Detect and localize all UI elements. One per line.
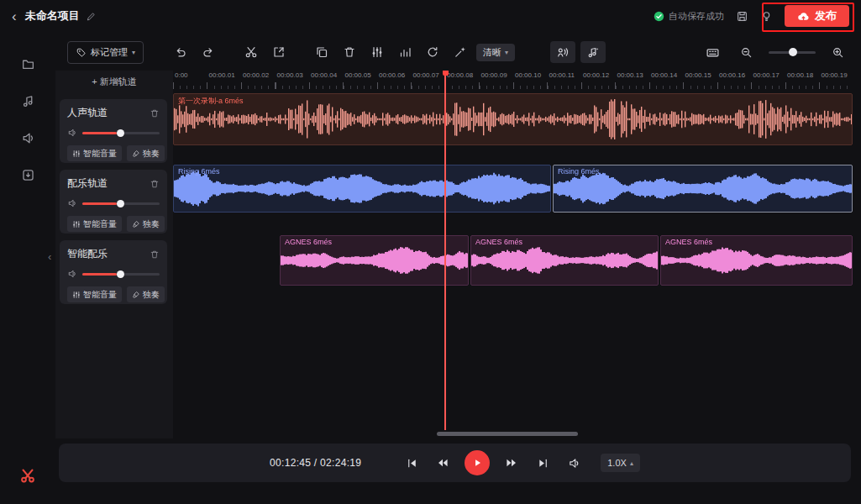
redo-button[interactable] bbox=[197, 41, 219, 63]
ai-music-toggle[interactable] bbox=[580, 41, 606, 63]
clip-music-0[interactable]: Rising 6més bbox=[173, 165, 551, 213]
solo-label: 独奏 bbox=[143, 289, 160, 301]
extract-clip-button[interactable] bbox=[267, 41, 290, 63]
chevron-down-icon: ▾ bbox=[505, 49, 508, 56]
clip-vocal-0[interactable]: 第一次录制-a 6més bbox=[173, 93, 853, 145]
cloud-upload-icon bbox=[797, 10, 810, 23]
track-volume-slider[interactable] bbox=[82, 202, 160, 205]
clarity-dropdown[interactable]: 清晰 ▾ bbox=[476, 44, 515, 61]
solo-icon bbox=[132, 220, 140, 228]
playback-volume-button[interactable] bbox=[564, 454, 583, 472]
back-button[interactable]: ‹ bbox=[12, 9, 17, 24]
marker-manage-button[interactable]: 标记管理 ▾ bbox=[67, 41, 144, 64]
mixer-button[interactable] bbox=[365, 41, 388, 63]
clip-label: Rising 6més bbox=[558, 167, 600, 176]
volume-icon bbox=[67, 128, 77, 138]
media-folder-icon[interactable] bbox=[21, 57, 35, 71]
delete-track-icon[interactable] bbox=[150, 179, 160, 189]
publish-button[interactable]: 发布 bbox=[785, 5, 849, 27]
solo-button[interactable]: 独奏 bbox=[127, 145, 165, 161]
smart-volume-label: 智能音量 bbox=[83, 289, 117, 301]
solo-icon bbox=[132, 150, 140, 158]
skip-to-start-button[interactable] bbox=[402, 454, 421, 472]
delete-button[interactable] bbox=[338, 41, 360, 63]
lane-music: Rising 6mésRising 6més bbox=[173, 165, 853, 213]
clip-label: Rising 6més bbox=[178, 167, 220, 176]
shortcut-keyboard-icon[interactable] bbox=[701, 41, 724, 63]
autosave-text: 自动保存成功 bbox=[669, 10, 724, 23]
smart-volume-label: 智能音量 bbox=[83, 218, 117, 230]
clip-label: AGNES 6més bbox=[285, 238, 332, 246]
clip-music-1[interactable]: Rising 6més bbox=[553, 165, 853, 213]
track-card-smart-music: 智能配乐 智能音量 独奏 bbox=[60, 240, 167, 304]
smart-volume-icon bbox=[72, 291, 81, 299]
toolbar: 标记管理 ▾ bbox=[55, 37, 861, 67]
solo-button[interactable]: 独奏 bbox=[127, 286, 165, 302]
volume-knob[interactable] bbox=[117, 129, 124, 137]
smart-volume-label: 智能音量 bbox=[83, 148, 117, 160]
marker-manage-label: 标记管理 bbox=[91, 46, 128, 59]
volume-icon bbox=[67, 198, 77, 208]
zoom-slider[interactable] bbox=[769, 51, 816, 54]
horizontal-scrollbar[interactable] bbox=[437, 432, 578, 436]
fast-forward-button[interactable] bbox=[502, 454, 521, 472]
import-icon[interactable] bbox=[21, 168, 35, 182]
timeline-lanes: 第一次录制-a 6mésRising 6mésRising 6mésAGNES … bbox=[173, 71, 853, 438]
app-logo-scissors-icon bbox=[0, 467, 55, 484]
track-name: 人声轨道 bbox=[67, 106, 108, 120]
speed-label: 1.0X bbox=[607, 458, 627, 468]
smart-volume-button[interactable]: 智能音量 bbox=[67, 145, 122, 161]
timeline: 0:0000:00.0100:00.0200:00.0300:00.0400:0… bbox=[173, 71, 853, 438]
transport-bar: 00:12:45 / 02:24:19 1.0X ▴ bbox=[59, 444, 851, 482]
tips-bulb-icon[interactable] bbox=[760, 10, 773, 23]
project-title: 未命名项目 bbox=[25, 8, 80, 24]
clip-smart-music-0[interactable]: AGNES 6més bbox=[280, 235, 469, 286]
tag-icon bbox=[76, 47, 87, 58]
delete-track-icon[interactable] bbox=[150, 249, 160, 260]
smart-volume-button[interactable]: 智能音量 bbox=[67, 286, 122, 302]
levels-button[interactable] bbox=[393, 41, 416, 63]
lane-smart-music: AGNES 6mésAGNES 6mésAGNES 6més bbox=[173, 235, 853, 286]
playback-speed-dropdown[interactable]: 1.0X ▴ bbox=[601, 454, 640, 472]
chevron-down-icon: ▾ bbox=[132, 49, 135, 56]
noise-reduction-toggle[interactable] bbox=[550, 41, 575, 63]
playhead[interactable] bbox=[444, 71, 446, 430]
cut-button[interactable] bbox=[239, 41, 262, 63]
zoom-out-button[interactable] bbox=[735, 41, 758, 63]
play-button[interactable] bbox=[465, 450, 490, 475]
rewind-button[interactable] bbox=[433, 454, 452, 472]
clarity-label: 清晰 bbox=[483, 46, 501, 59]
topbar: ‹ 未命名项目 自动保存成功 发布 bbox=[0, 0, 861, 32]
clip-smart-music-2[interactable]: AGNES 6més bbox=[660, 235, 853, 286]
rename-icon[interactable] bbox=[86, 11, 97, 22]
lane-vocal: 第一次录制-a 6més bbox=[173, 93, 853, 145]
solo-button[interactable]: 独奏 bbox=[127, 216, 165, 232]
regenerate-button[interactable] bbox=[421, 41, 444, 63]
track-volume-slider[interactable] bbox=[82, 132, 160, 134]
track-name: 配乐轨道 bbox=[67, 176, 108, 191]
skip-to-end-button[interactable] bbox=[533, 454, 552, 472]
check-circle-icon bbox=[654, 11, 664, 22]
smart-volume-button[interactable]: 智能音量 bbox=[67, 216, 122, 232]
solo-label: 独奏 bbox=[143, 148, 160, 160]
time-display: 00:12:45 / 02:24:19 bbox=[270, 457, 361, 469]
topbar-actions: 自动保存成功 发布 bbox=[654, 5, 849, 27]
copy-button[interactable] bbox=[310, 41, 333, 63]
volume-knob[interactable] bbox=[117, 270, 124, 278]
publish-label: 发布 bbox=[815, 8, 837, 24]
track-panel: + 新增轨道 人声轨道 智能音量 独奏 bbox=[55, 71, 173, 438]
clip-smart-music-1[interactable]: AGNES 6més bbox=[470, 235, 659, 286]
panel-collapse-handle[interactable]: ‹ bbox=[48, 250, 51, 263]
music-library-icon[interactable] bbox=[21, 94, 35, 108]
zoom-slider-knob[interactable] bbox=[789, 48, 797, 56]
volume-knob[interactable] bbox=[117, 200, 124, 207]
sound-effects-icon[interactable] bbox=[21, 131, 35, 145]
add-track-button[interactable]: + 新增轨道 bbox=[55, 71, 173, 92]
delete-track-icon[interactable] bbox=[150, 108, 160, 118]
save-icon[interactable] bbox=[736, 10, 748, 23]
chevron-up-icon: ▴ bbox=[630, 459, 633, 467]
enhance-wand-button[interactable] bbox=[449, 41, 471, 63]
zoom-in-button[interactable] bbox=[827, 41, 849, 63]
track-volume-slider[interactable] bbox=[82, 273, 160, 276]
undo-button[interactable] bbox=[169, 41, 192, 63]
